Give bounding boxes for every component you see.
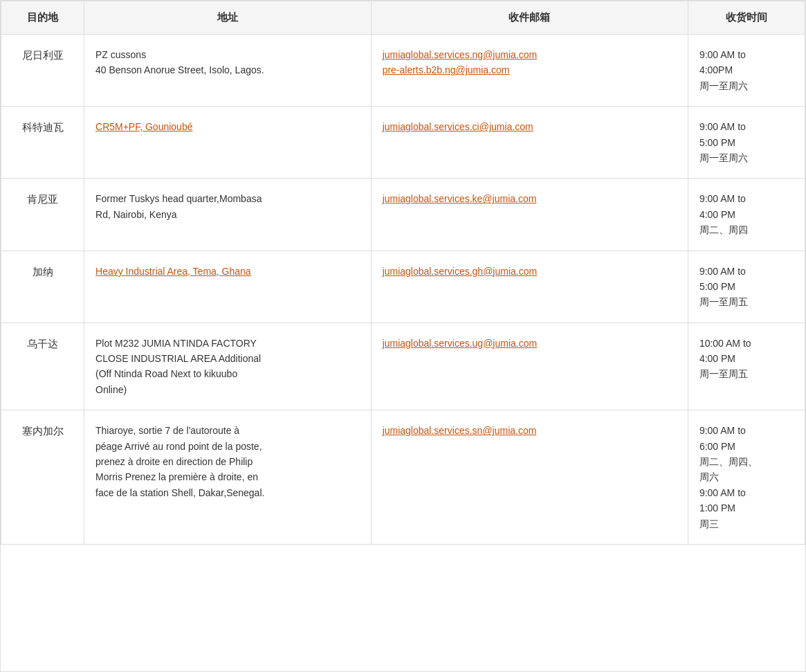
time-cell: 9:00 AM to6:00 PM周二、周四、周六9:00 AM to1:00 … [688, 410, 805, 545]
email-link[interactable]: jumiaglobal.services.gh@jumia.com [383, 266, 538, 277]
addr-cell: PZ cussons40 Benson Anorue Street, Isolo… [84, 35, 372, 107]
email-cell: jumiaglobal.services.sn@jumia.com [371, 410, 688, 545]
time-line: 周二、周四 [699, 222, 794, 237]
header-time: 收货时间 [688, 1, 805, 35]
time-line: 9:00 AM to [699, 423, 794, 438]
email-cell: jumiaglobal.services.ci@jumia.com [371, 107, 688, 179]
time-line: 周三 [699, 516, 794, 532]
addr-line: (Off Ntinda Road Next to kikuubo [95, 368, 237, 379]
delivery-table: 目的地 地址 收件邮箱 收货时间 尼日利亚PZ cussons40 Benson… [1, 1, 805, 545]
time-cell: 9:00 AM to5:00 PM周一至周六 [688, 107, 805, 179]
time-line: 周六 [699, 469, 794, 484]
time-line: 6:00 PM [699, 439, 794, 454]
addr-cell: Thiaroye, sortie 7 de l'autoroute àpéage… [84, 410, 372, 545]
addr-line: CLOSE INDUSTRIAL AREA Additional [95, 353, 261, 364]
dest-cell: 尼日利亚 [1, 35, 84, 107]
time-line: 4:00PM [699, 62, 794, 78]
email-cell: jumiaglobal.services.ug@jumia.com [371, 323, 688, 410]
email-link[interactable]: jumiaglobal.services.sn@jumia.com [383, 425, 537, 436]
addr-line: 40 Benson Anorue Street, Isolo, Lagos. [95, 64, 264, 75]
email-link[interactable]: jumiaglobal.services.ke@jumia.com [383, 193, 537, 204]
email-link[interactable]: jumiaglobal.services.ng@jumia.com [383, 49, 538, 60]
time-cell: 9:00 AM to4:00 PM周二、周四 [688, 179, 805, 251]
dest-cell: 塞内加尔 [1, 410, 84, 545]
time-cell: 9:00 AM to4:00PM周一至周六 [688, 35, 805, 107]
table-row: 肯尼亚Former Tuskys head quarter,MombasaRd,… [1, 179, 805, 251]
dest-cell: 加纳 [1, 251, 84, 323]
header-email: 收件邮箱 [371, 1, 688, 35]
main-table-container: 目的地 地址 收件邮箱 收货时间 尼日利亚PZ cussons40 Benson… [0, 0, 806, 672]
email-link[interactable]: pre-alerts.b2b.ng@jumia.com [383, 64, 510, 75]
header-addr: 地址 [84, 1, 372, 35]
email-link[interactable]: jumiaglobal.services.ci@jumia.com [383, 121, 533, 132]
addr-line: Thiaroye, sortie 7 de l'autoroute à [95, 425, 239, 436]
time-line: 9:00 AM to [699, 191, 794, 206]
addr-cell: CR5M+PF, Gounioubé [84, 107, 372, 179]
addr-link[interactable]: Heavy Industrial Area, Tema, Ghana [95, 266, 251, 277]
addr-line: prenez à droite en direction de Philip [95, 456, 253, 467]
table-row: 塞内加尔Thiaroye, sortie 7 de l'autoroute àp… [1, 410, 805, 545]
table-header-row: 目的地 地址 收件邮箱 收货时间 [1, 1, 805, 35]
time-line: 5:00 PM [699, 135, 794, 150]
table-row: 尼日利亚PZ cussons40 Benson Anorue Street, I… [1, 35, 805, 107]
email-cell: jumiaglobal.services.gh@jumia.com [371, 251, 688, 323]
time-line: 周二、周四、 [699, 454, 794, 469]
addr-line: face de la station Shell, Dakar,Senegal. [95, 487, 264, 498]
table-row: 科特迪瓦CR5M+PF, Gounioubéjumiaglobal.servic… [1, 107, 805, 179]
time-line: 周一至周六 [699, 150, 794, 165]
header-dest: 目的地 [1, 1, 84, 35]
time-line: 1:00 PM [699, 500, 794, 516]
dest-cell: 乌干达 [1, 323, 84, 410]
time-cell: 10:00 AM to4:00 PM周一至周五 [688, 323, 805, 410]
addr-line: Morris Prenez la première à droite, en [95, 471, 258, 482]
table-row: 加纳Heavy Industrial Area, Tema, Ghanajumi… [1, 251, 805, 323]
time-line: 9:00 AM to [699, 264, 794, 279]
addr-cell: Plot M232 JUMIA NTINDA FACTORYCLOSE INDU… [84, 323, 372, 410]
time-line: 周一至周六 [699, 78, 794, 93]
addr-cell: Former Tuskys head quarter,MombasaRd, Na… [84, 179, 372, 251]
addr-line: péage Arrivé au rond point de la poste, [95, 441, 262, 452]
dest-cell: 肯尼亚 [1, 179, 84, 251]
addr-cell: Heavy Industrial Area, Tema, Ghana [84, 251, 372, 323]
time-line: 周一至周五 [699, 294, 794, 309]
addr-line: Plot M232 JUMIA NTINDA FACTORY [95, 338, 257, 349]
time-line: 9:00 AM to [699, 119, 794, 134]
email-cell: jumiaglobal.services.ng@jumia.compre-ale… [371, 35, 688, 107]
dest-cell: 科特迪瓦 [1, 107, 84, 179]
time-line: 10:00 AM to [699, 336, 794, 351]
time-line: 4:00 PM [699, 351, 794, 366]
time-line: 4:00 PM [699, 207, 794, 222]
addr-line: Online) [95, 384, 127, 395]
addr-line: Former Tuskys head quarter,Mombasa [95, 193, 262, 204]
email-link[interactable]: jumiaglobal.services.ug@jumia.com [383, 338, 538, 349]
time-line: 9:00 AM to [699, 47, 794, 62]
table-row: 乌干达Plot M232 JUMIA NTINDA FACTORYCLOSE I… [1, 323, 805, 410]
addr-line: PZ cussons [95, 49, 146, 60]
email-cell: jumiaglobal.services.ke@jumia.com [371, 179, 688, 251]
time-line: 9:00 AM to [699, 485, 794, 500]
time-line: 周一至周五 [699, 366, 794, 381]
addr-link[interactable]: CR5M+PF, Gounioubé [95, 121, 192, 132]
time-cell: 9:00 AM to5:00 PM周一至周五 [688, 251, 805, 323]
addr-line: Rd, Nairobi, Kenya [95, 209, 177, 220]
time-line: 5:00 PM [699, 279, 794, 294]
